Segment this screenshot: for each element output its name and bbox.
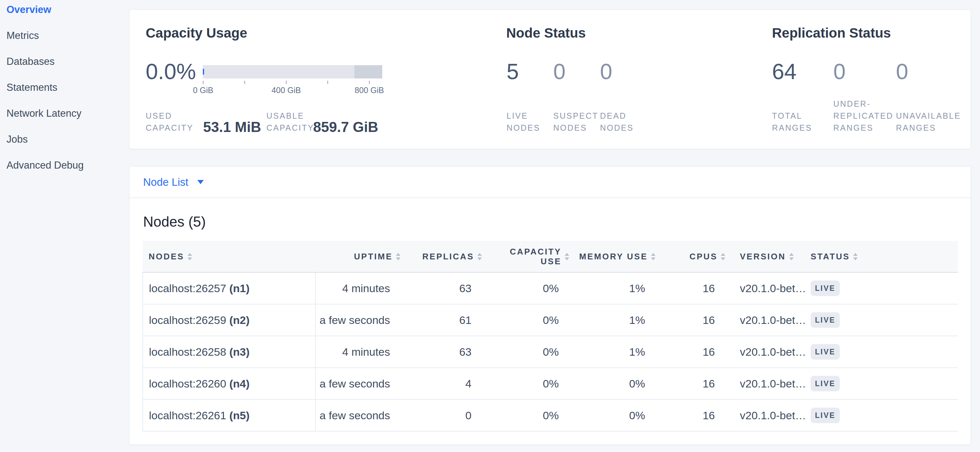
capacity-use-cell: 0%: [482, 336, 569, 368]
sidebar-item-statements[interactable]: Statements: [6, 82, 84, 94]
version-cell: v20.1.0-bet…: [725, 336, 805, 368]
node-address-cell[interactable]: localhost:26258 (n3): [143, 336, 315, 368]
replication-status-title: Replication Status: [772, 26, 891, 40]
sidebar-item-jobs[interactable]: Jobs: [6, 133, 84, 145]
axis-tick: [369, 81, 370, 84]
axis-tick: [286, 81, 286, 84]
axis-tick-label: 0 GiB: [177, 86, 229, 95]
column-header-uptime[interactable]: UPTIME: [315, 241, 401, 272]
status-badge: LIVE: [811, 376, 840, 392]
replicas-cell: 4: [401, 368, 482, 400]
node-address-cell[interactable]: localhost:26259 (n2): [143, 304, 315, 336]
sidebar-item-advanced-debug[interactable]: Advanced Debug: [6, 160, 84, 171]
sidebar-item-metrics[interactable]: Metrics: [6, 30, 84, 41]
memory-use-cell: 1%: [569, 272, 655, 304]
capacity-use-cell: 0%: [482, 400, 569, 431]
axis-tick: [203, 81, 204, 84]
sort-icon: [721, 253, 725, 260]
node-address-cell[interactable]: localhost:26260 (n4): [143, 368, 315, 400]
uptime-cell: a few seconds: [315, 400, 401, 431]
node-address-cell[interactable]: localhost:26257 (n1): [143, 272, 315, 304]
table-row-node-2: localhost:26259 (n2) a few seconds 61 0%…: [143, 304, 958, 336]
column-label: REPLICAS: [423, 252, 474, 261]
chevron-down-icon: [197, 180, 204, 184]
live-nodes-label: LIVE NODES: [507, 110, 540, 134]
column-label: STATUS: [811, 252, 850, 261]
table-row-node-4: localhost:26260 (n4) a few seconds 4 0% …: [143, 368, 958, 400]
capacity-use-cell: 0%: [482, 272, 569, 304]
sidebar-item-databases[interactable]: Databases: [6, 56, 84, 67]
column-header-status[interactable]: STATUS: [805, 241, 958, 272]
column-header-version[interactable]: VERSION: [725, 241, 805, 272]
column-header-memory-use[interactable]: MEMORY USE: [569, 241, 655, 272]
column-label: MEMORY USE: [579, 252, 648, 261]
column-header-nodes[interactable]: NODES: [143, 241, 315, 272]
under-replicated-ranges-label: UNDER- REPLICATED RANGES: [833, 98, 893, 134]
status-cell: LIVE: [805, 304, 958, 336]
status-badge: LIVE: [811, 281, 840, 296]
column-label: UPTIME: [354, 252, 393, 261]
capacity-bar-reserved-segment: [354, 65, 382, 78]
node-id: (n1): [229, 282, 250, 294]
sort-icon: [565, 253, 569, 260]
sort-icon: [396, 253, 401, 260]
uptime-cell: 4 minutes: [315, 336, 401, 368]
column-label: CPUS: [690, 252, 718, 261]
under-replicated-ranges-count: 0: [833, 60, 846, 82]
capacity-bar-usable-segment: [203, 65, 354, 78]
node-list-dropdown-bar: Node List: [129, 167, 970, 198]
cpus-cell: 16: [655, 272, 725, 304]
node-id: (n3): [229, 346, 250, 358]
node-list-card: Node List Nodes (5) NODES UPTIME REPLICA…: [129, 167, 971, 445]
node-address: localhost:26259: [149, 314, 226, 326]
sidebar-nav-list: Overview Metrics Databases Statements Ne…: [6, 4, 84, 186]
table-row-node-5: localhost:26261 (n5) a few seconds 0 0% …: [143, 400, 958, 431]
status-badge: LIVE: [811, 408, 840, 423]
status-cell: LIVE: [805, 272, 958, 304]
used-capacity-value: 53.1 MiB: [203, 120, 261, 134]
cpus-cell: 16: [655, 304, 725, 336]
version-cell: v20.1.0-bet…: [725, 400, 805, 431]
table-row-node-3: localhost:26258 (n3) 4 minutes 63 0% 1% …: [143, 336, 958, 368]
column-label: CAPACITY USE: [510, 247, 562, 266]
sidebar-item-network-latency[interactable]: Network Latency: [6, 108, 84, 119]
live-nodes-count: 5: [507, 60, 519, 82]
node-list-dropdown[interactable]: Node List: [143, 167, 204, 197]
capacity-usage-title: Capacity Usage: [146, 26, 247, 40]
status-cell: LIVE: [805, 368, 958, 400]
replicas-cell: 0: [401, 400, 482, 431]
column-header-replicas[interactable]: REPLICAS: [401, 241, 482, 272]
total-ranges-count: 64: [772, 60, 797, 82]
node-status-title: Node Status: [506, 26, 586, 40]
usable-capacity-label: USABLE CAPACITY: [266, 110, 314, 134]
node-address: localhost:26260: [149, 377, 226, 390]
cluster-summary-card: Capacity Usage 0.0% 0 GiB 400 GiB 800 Gi…: [129, 10, 971, 149]
sort-icon: [853, 253, 858, 260]
version-cell: v20.1.0-bet…: [725, 304, 805, 336]
replicas-cell: 63: [401, 272, 482, 304]
node-address-cell[interactable]: localhost:26261 (n5): [143, 400, 315, 431]
total-ranges-label: TOTAL RANGES: [772, 110, 812, 134]
suspect-nodes-count: 0: [553, 60, 566, 82]
memory-use-cell: 1%: [569, 304, 655, 336]
version-cell: v20.1.0-bet…: [725, 272, 805, 304]
column-label: NODES: [149, 252, 184, 261]
used-capacity-label: USED CAPACITY: [146, 110, 193, 134]
column-header-capacity-use[interactable]: CAPACITY USE: [482, 241, 569, 272]
table-row-node-1: localhost:26257 (n1) 4 minutes 63 0% 1% …: [143, 272, 958, 304]
status-cell: LIVE: [805, 400, 958, 431]
sort-icon: [188, 253, 192, 260]
memory-use-cell: 1%: [569, 336, 655, 368]
status-badge: LIVE: [811, 312, 840, 328]
node-id: (n2): [229, 314, 250, 326]
node-id: (n5): [229, 409, 250, 422]
status-badge: LIVE: [811, 344, 840, 360]
sidebar-item-overview[interactable]: Overview: [6, 4, 84, 16]
node-address: localhost:26257: [149, 282, 226, 294]
sort-icon: [651, 253, 655, 260]
suspect-nodes-label: SUSPECT NODES: [553, 110, 598, 134]
column-header-cpus[interactable]: CPUS: [655, 241, 725, 272]
replicas-cell: 61: [401, 304, 482, 336]
cpus-cell: 16: [655, 368, 725, 400]
axis-tick: [244, 81, 245, 84]
